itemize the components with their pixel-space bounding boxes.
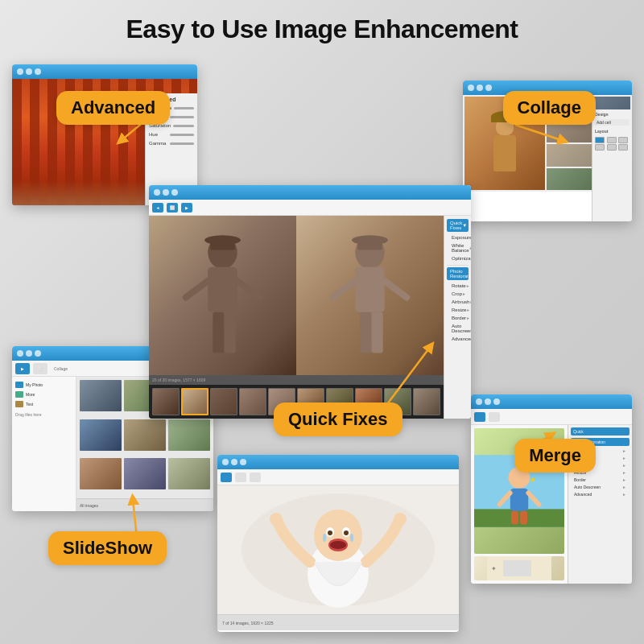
titlebar-merge	[471, 394, 632, 409]
layout-cell[interactable]	[607, 144, 617, 151]
slideshow-thumb[interactable]	[80, 380, 122, 411]
menu-item-border[interactable]: Border ►	[447, 314, 469, 322]
tool-section-label: Layout	[595, 129, 630, 134]
slideshow-status: All images	[80, 503, 98, 508]
baby-toolbar-btn[interactable]	[250, 473, 261, 482]
thumbnail[interactable]	[239, 388, 266, 415]
titlebar-dot	[171, 189, 178, 196]
thumbnail[interactable]	[413, 388, 440, 415]
menu-item-whitebalance[interactable]: White Balance ►	[447, 242, 469, 254]
svg-rect-14	[355, 267, 385, 312]
baby-status-bar: 7 of 14 images, 1920 × 1225	[217, 614, 459, 630]
sidebar-item[interactable]: Test	[15, 399, 72, 409]
panel-slider[interactable]	[170, 116, 194, 118]
slideshow-thumb[interactable]	[80, 419, 122, 451]
slideshow-sidebar: My Photo More Test Drag files here	[12, 377, 76, 511]
page-title: Easy to Use Image Enhancement	[0, 0, 644, 54]
arrow-icon: ►	[622, 448, 626, 453]
panel-label: Gamma	[149, 141, 167, 146]
menu-label: Rotate	[452, 283, 466, 288]
photo-after	[296, 216, 444, 375]
layout-cell[interactable]	[618, 137, 628, 143]
slideshow-btn[interactable]: ▶	[15, 363, 30, 374]
titlebar-dot	[485, 398, 491, 405]
menu-label: Exposure	[452, 235, 471, 240]
menu-label: Auto Descreen	[452, 324, 471, 333]
photo-restoration-section: Photo Restoration ▼ Rotate ► Crop ► Airb…	[447, 267, 469, 343]
panel-slider[interactable]	[174, 107, 194, 109]
thumbnail[interactable]	[152, 388, 180, 415]
svg-rect-20	[357, 238, 382, 250]
menu-item-advanced[interactable]: Advanced ►	[447, 335, 469, 343]
layout-cell[interactable]	[618, 144, 628, 151]
slideshow-thumb[interactable]	[168, 458, 210, 489]
slideshow-thumb[interactable]	[124, 458, 166, 489]
merge-toolbar-btn[interactable]	[474, 412, 485, 422]
titlebar-dot	[154, 189, 160, 196]
titlebar-dot	[35, 68, 41, 75]
toolbar-back-btn[interactable]: ◄	[152, 203, 163, 213]
sidebar-item[interactable]: More	[15, 390, 72, 399]
menu-label: Crop	[452, 291, 462, 296]
quickfix-panel: Quick Fixes ▼ Exposure ► White Balance ►…	[444, 216, 471, 419]
svg-line-16	[385, 281, 407, 297]
arrow-icon: ►	[466, 283, 470, 288]
menu-label: Border	[452, 316, 466, 320]
menu-label: Resize	[452, 308, 466, 312]
svg-rect-9	[213, 312, 224, 353]
callout-collage: Collage	[503, 91, 596, 125]
layout-cell[interactable]	[595, 144, 605, 151]
slideshow-thumb[interactable]	[124, 419, 166, 451]
baby-toolbar-btn[interactable]	[235, 473, 246, 482]
panel-slider[interactable]	[170, 142, 194, 145]
callout-advanced: Advanced	[56, 91, 170, 125]
slideshow-thumb[interactable]	[168, 419, 210, 451]
panel-slider[interactable]	[173, 125, 194, 127]
toolbar-btn[interactable]: ▶	[181, 203, 192, 213]
merge-toolbar-btn[interactable]	[489, 412, 500, 422]
section-label: Quick Fixes	[450, 221, 462, 230]
menu-label: Airbrush	[452, 299, 469, 304]
thumbnail[interactable]	[181, 388, 208, 415]
titlebar-baby	[217, 455, 459, 469]
slideshow-label: Collage	[54, 366, 68, 371]
layout-cell[interactable]	[607, 137, 617, 143]
svg-rect-22	[474, 509, 564, 526]
menu-item-optimization[interactable]: Optimization ►	[447, 254, 469, 262]
titlebar-dot	[231, 459, 237, 465]
menu-label: Advanced	[574, 492, 592, 497]
tool-item[interactable]: Add cell	[595, 119, 630, 126]
menu-item-autodescreen[interactable]: Auto Descreen ►	[447, 322, 469, 335]
baby-toolbar-btn[interactable]	[221, 473, 232, 482]
slideshow-thumb[interactable]	[80, 458, 122, 489]
arrow-icon: ►	[622, 456, 626, 460]
sidebar-footer: Drag files here	[15, 412, 72, 417]
titlebar-dot	[17, 350, 23, 357]
photo-before	[149, 216, 296, 375]
svg-line-8	[237, 281, 259, 297]
svg-rect-32	[503, 560, 531, 576]
menu-item-crop[interactable]: Crop ►	[447, 290, 469, 298]
arrow-icon: ►	[466, 316, 470, 320]
panel-row: Hue	[149, 132, 194, 137]
merge-menu-autodescreen[interactable]: Auto Descreen ►	[571, 484, 630, 490]
titlebar-dot	[26, 68, 32, 75]
svg-rect-27	[511, 511, 518, 525]
panel-slider[interactable]	[170, 134, 194, 136]
sidebar-item[interactable]: My Photo	[15, 380, 72, 390]
thumbnail[interactable]	[210, 388, 237, 415]
merge-menu-border[interactable]: Border ►	[571, 477, 630, 483]
menu-item-resize[interactable]: Resize ►	[447, 306, 469, 314]
slideshow-btn[interactable]: ⬜	[33, 363, 47, 374]
window-advanced: Advanced Brightness Contrast Saturation …	[12, 64, 197, 205]
layout-cell[interactable]	[595, 137, 605, 143]
menu-item-exposure[interactable]: Exposure ►	[447, 233, 469, 242]
arrow-icon: ►	[622, 485, 626, 489]
menu-item-rotate[interactable]: Rotate ►	[447, 282, 469, 290]
arrow-icon: ►	[622, 463, 626, 468]
merge-menu-advanced[interactable]: Advanced ►	[571, 491, 630, 497]
svg-text:✦: ✦	[491, 565, 497, 572]
arrow-icon: ►	[462, 291, 466, 296]
menu-item-airbrush[interactable]: Airbrush ►	[447, 298, 469, 306]
toolbar-btn[interactable]: ⬜	[167, 203, 178, 213]
